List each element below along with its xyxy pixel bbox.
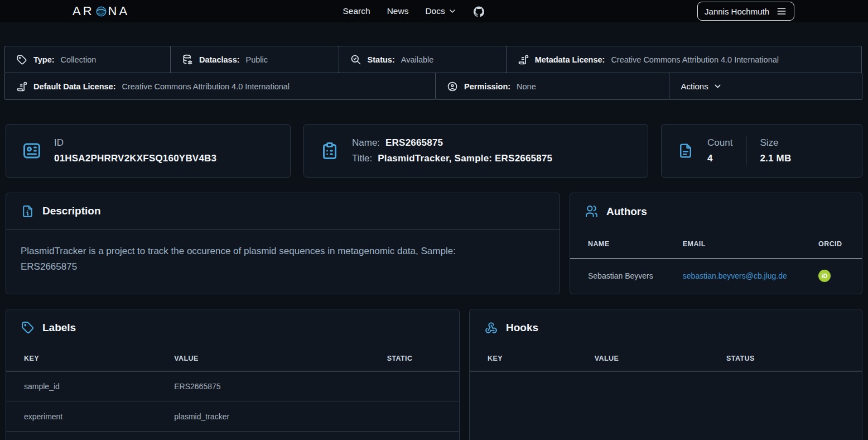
size-label: Size [760,135,791,151]
label-value: ERS2665875 [174,382,387,391]
clipboard-icon [320,141,340,161]
globe-icon [95,6,107,17]
aruna-logo[interactable]: AR NA [73,4,129,18]
meta-metadata-license-cell: Metadata License: Creative Commons Attri… [506,46,862,73]
hooks-col-status: STATUS [726,355,844,362]
authors-col-email: EMAIL [683,240,818,248]
meta-permission-value: None [517,82,536,91]
hooks-table-header: KEY VALUE STATUS [470,346,862,371]
navbar: AR NA Search News Docs Jannis Hochmuth [0,0,868,22]
stats-divider [746,136,746,165]
zoom-check-icon [350,54,361,65]
actions-dropdown[interactable]: Actions [669,73,862,100]
count-value: 4 [707,151,732,166]
label-value: plasmid_tracker [174,412,387,421]
meta-dataclass-cell: Dataclass: Public [170,46,339,73]
description-title: Description [42,205,101,217]
meta-type-label: Type: [33,55,55,64]
title-value: PlasmidTracker, Sample: ERS2665875 [378,151,552,166]
file-info-icon [21,204,35,218]
label-row: experiment plasmid_tracker [6,401,459,432]
license-icon [16,81,27,92]
file-icon [677,142,694,159]
orcid-icon[interactable]: iD [818,270,831,282]
mid-row: Description PlasmidTracker is a project … [6,193,862,294]
nav-item-news-label: News [387,6,409,16]
hooks-title: Hooks [506,322,538,334]
labels-header: Labels [6,309,459,346]
meta-permission-label: Permission: [464,82,510,91]
main-nav: Search News Docs [343,6,484,17]
count-label: Count [707,135,732,151]
id-card-icon [22,141,42,161]
name-label: Name: [352,135,380,151]
hooks-col-value: VALUE [595,355,726,362]
meta-permission-cell: Permission: None [435,73,669,100]
label-key: sample_id [24,382,174,391]
authors-col-name: NAME [588,240,683,248]
meta-status-cell: Status: Available [339,46,507,73]
meta-metadata-license-value: Creative Commons Attribution 4.0 Interna… [611,55,779,64]
id-value: 01HSA2PHRRV2KXFSQ160YBV4B3 [54,151,216,166]
bottom-row: Labels KEY VALUE STATIC sample_id ERS266… [6,309,862,440]
author-name: Sebastian Beyvers [588,271,683,280]
metadata-bar: Type: Collection Dataclass: Public Statu… [4,46,864,100]
meta-dataclass-label: Dataclass: [199,55,240,64]
nav-item-search-label: Search [343,6,370,16]
meta-type-cell: Type: Collection [4,46,171,73]
author-row: Sebastian Beyvers sebastian.beyvers@cb.j… [570,259,862,293]
id-card: ID 01HSA2PHRRV2KXFSQ160YBV4B3 [6,124,291,178]
user-menu-button[interactable]: Jannis Hochmuth [697,2,794,21]
github-icon [474,6,484,17]
nav-item-docs-label: Docs [425,6,445,16]
metadata-row-1: Type: Collection Dataclass: Public Statu… [4,46,864,73]
nav-item-docs[interactable]: Docs [425,6,456,16]
title-label: Title: [352,151,372,166]
authors-panel: Authors NAME EMAIL ORCID Sebastian Beyve… [570,193,862,294]
actions-label: Actions [681,82,708,91]
labels-panel: Labels KEY VALUE STATIC sample_id ERS266… [6,309,460,440]
license-icon [518,54,529,65]
author-email-link[interactable]: sebastian.beyvers@cb.jlug.de [683,271,787,280]
tag-icon [21,321,35,334]
nav-item-search[interactable]: Search [343,6,370,16]
meta-default-license-cell: Default Data License: Creative Commons A… [4,73,436,100]
labels-col-static: STATIC [387,355,441,362]
authors-table-header: NAME EMAIL ORCID [570,229,862,259]
user-name: Jannis Hochmuth [705,7,769,16]
hooks-panel: Hooks KEY VALUE STATUS [469,309,862,440]
tag-icon [16,54,27,65]
meta-metadata-license-label: Metadata License: [535,55,605,64]
meta-status-value: Available [401,55,434,64]
authors-title: Authors [606,205,647,218]
user-circle-icon [447,81,458,92]
metadata-row-2: Default Data License: Creative Commons A… [4,73,864,100]
webhook-icon [484,321,498,334]
chevron-down-icon [448,7,457,16]
meta-default-license-value: Creative Commons Attribution 4.0 Interna… [122,82,290,91]
github-link[interactable] [474,6,484,17]
labels-title: Labels [42,322,76,334]
meta-type-value: Collection [61,55,97,64]
meta-default-license-label: Default Data License: [33,82,115,91]
description-header: Description [6,193,560,229]
size-value: 2.1 MB [760,151,791,166]
labels-table-header: KEY VALUE STATIC [6,346,459,371]
hooks-col-key: KEY [488,355,595,362]
name-card: Name: ERS2665875 Title: PlasmidTracker, … [303,124,648,178]
name-value: ERS2665875 [385,135,443,151]
meta-dataclass-value: Public [246,55,268,64]
labels-col-key: KEY [24,355,174,362]
labels-col-value: VALUE [174,355,387,362]
meta-status-label: Status: [368,55,395,64]
users-icon [585,204,599,218]
authors-header: Authors [570,193,862,229]
stats-card: Count 4 Size 2.1 MB [661,124,862,178]
chevron-down-icon [713,82,722,91]
logo-text-prefix: AR [73,4,94,18]
label-key: experiment [24,412,174,421]
nav-item-news[interactable]: News [387,6,409,16]
description-text: PlasmidTracker is a project to track the… [6,229,512,275]
hooks-header: Hooks [470,309,862,346]
id-label: ID [54,135,216,151]
